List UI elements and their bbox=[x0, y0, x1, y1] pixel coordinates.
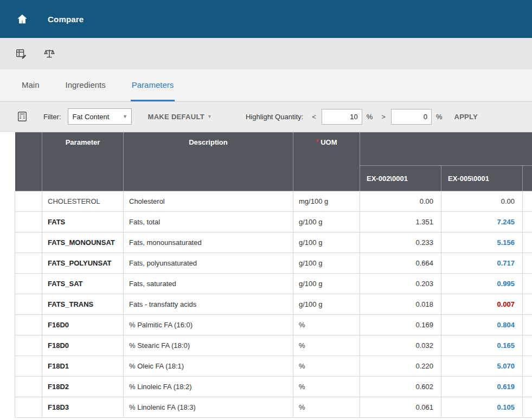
uom-cell: g/100 g bbox=[293, 232, 360, 253]
value-cell-ex002: 1.351 bbox=[360, 212, 441, 232]
value-cell-ex005: 0.995 bbox=[441, 274, 523, 294]
description-cell: Fats, monounsaturated bbox=[124, 232, 293, 253]
table-row[interactable]: CHOLESTEROLCholesterolmg/100 g0.000.00 bbox=[15, 191, 532, 212]
spacer-cell bbox=[523, 212, 532, 232]
description-column-header: Description bbox=[124, 132, 293, 191]
compare-scale-icon[interactable] bbox=[42, 47, 56, 61]
spacer-cell bbox=[523, 315, 532, 335]
toolbar bbox=[0, 38, 532, 69]
greater-than-symbol: > bbox=[381, 113, 386, 121]
parameter-cell: F18D0 bbox=[42, 335, 124, 356]
highlight-lower-input[interactable] bbox=[391, 109, 432, 125]
value-cell-ex005: 5.156 bbox=[441, 232, 523, 253]
spacer-column-header bbox=[523, 166, 532, 191]
value-cell-ex005: 5.070 bbox=[441, 356, 523, 377]
home-icon[interactable] bbox=[16, 12, 30, 26]
required-asterisk: * bbox=[316, 138, 318, 146]
value-cell-ex002: 0.602 bbox=[360, 377, 441, 397]
table-row[interactable]: F18D1% Oleic FA (18:1)%0.2205.070 bbox=[15, 356, 532, 377]
export-table-icon[interactable] bbox=[14, 47, 28, 61]
parameter-cell: F18D3 bbox=[42, 397, 124, 418]
value-cell-ex002: 0.00 bbox=[360, 191, 441, 212]
spacer-cell bbox=[523, 232, 532, 253]
parameter-cell: FATS_SAT bbox=[42, 274, 124, 294]
chevron-down-icon: ▼ bbox=[119, 114, 131, 119]
description-cell: % Linoleic FA (18:2) bbox=[124, 377, 293, 397]
filter-dropdown-value: Fat Content bbox=[68, 113, 119, 121]
description-cell: % Oleic FA (18:1) bbox=[124, 356, 293, 377]
page-title: Compare bbox=[48, 15, 84, 24]
tab-ingredients[interactable]: Ingredients bbox=[65, 69, 107, 101]
compare-page: Compare Main Ingredients Parameters bbox=[0, 0, 532, 420]
uom-cell: g/100 g bbox=[293, 212, 360, 232]
quick-filter-icon[interactable] bbox=[16, 111, 28, 122]
table-row[interactable]: FATS_SATFats, saturatedg/100 g0.2030.995 bbox=[15, 274, 532, 294]
table-body: CHOLESTEROLCholesterolmg/100 g0.000.00FA… bbox=[15, 191, 532, 418]
row-select-cell bbox=[15, 232, 42, 253]
tab-parameters[interactable]: Parameters bbox=[131, 69, 175, 101]
spacer-cell bbox=[523, 377, 532, 397]
spacer-cell bbox=[523, 397, 532, 418]
parameter-column-header: Parameter bbox=[42, 132, 124, 191]
table-row[interactable]: F18D2% Linoleic FA (18:2)%0.6020.619 bbox=[15, 377, 532, 397]
table-row[interactable]: FATS_TRANSFats - transfatty acidsg/100 g… bbox=[15, 294, 532, 315]
spacer-cell bbox=[523, 356, 532, 377]
row-select-cell bbox=[15, 397, 42, 418]
parameters-table: Parameter Description *UOM EX-002\0001 E… bbox=[15, 132, 532, 418]
table-row[interactable]: F18D0% Stearic FA (18:0)%0.0320.165 bbox=[15, 335, 532, 356]
table-row[interactable]: F16D0% Palmitic FA (16:0)%0.1690.804 bbox=[15, 315, 532, 335]
table-row[interactable]: FATS_MONOUNSATFats, monounsaturatedg/100… bbox=[15, 232, 532, 253]
filter-dropdown[interactable]: Fat Content ▼ bbox=[68, 108, 132, 125]
parameter-cell: F18D2 bbox=[42, 377, 124, 397]
value-cell-ex002: 0.032 bbox=[360, 335, 441, 356]
row-select-cell bbox=[15, 191, 42, 212]
uom-cell: mg/100 g bbox=[293, 191, 360, 212]
percent-sign: % bbox=[367, 113, 373, 121]
parameter-cell: F18D1 bbox=[42, 356, 124, 377]
description-cell: % Palmitic FA (16:0) bbox=[124, 315, 293, 335]
make-default-button[interactable]: MAKE DEFAULT bbox=[148, 113, 204, 121]
value-cell-ex005: 0.165 bbox=[441, 335, 523, 356]
row-select-cell bbox=[15, 253, 42, 274]
description-cell: Fats, polyunsaturated bbox=[124, 253, 293, 274]
value-cell-ex005: 0.105 bbox=[441, 397, 523, 418]
description-cell: Cholesterol bbox=[124, 191, 293, 212]
sample-column-header-ex002[interactable]: EX-002\0001 bbox=[360, 166, 441, 191]
make-default-chevron-icon[interactable]: ▼ bbox=[207, 114, 212, 119]
uom-cell: g/100 g bbox=[293, 274, 360, 294]
uom-column-header: *UOM bbox=[293, 132, 360, 191]
row-select-cell bbox=[15, 335, 42, 356]
tab-bar: Main Ingredients Parameters bbox=[0, 69, 532, 102]
uom-cell: g/100 g bbox=[293, 294, 360, 315]
spacer-cell bbox=[523, 253, 532, 274]
spacer-cell bbox=[523, 274, 532, 294]
table-row[interactable]: FATSFats, totalg/100 g1.3517.245 bbox=[15, 212, 532, 232]
row-select-cell bbox=[15, 274, 42, 294]
row-select-cell bbox=[15, 315, 42, 335]
value-cell-ex002: 0.169 bbox=[360, 315, 441, 335]
tab-main[interactable]: Main bbox=[21, 69, 41, 101]
parameter-cell: FATS_POLYUNSAT bbox=[42, 253, 124, 274]
select-column-header bbox=[15, 132, 42, 191]
filter-label: Filter: bbox=[43, 113, 61, 121]
parameter-cell: FATS bbox=[42, 212, 124, 232]
uom-cell: g/100 g bbox=[293, 253, 360, 274]
highlight-upper-input[interactable] bbox=[322, 109, 362, 125]
value-cell-ex002: 0.220 bbox=[360, 356, 441, 377]
spacer-cell bbox=[523, 191, 532, 212]
spacer-cell bbox=[523, 335, 532, 356]
spacer-cell bbox=[523, 294, 532, 315]
parameter-cell: CHOLESTEROL bbox=[42, 191, 124, 212]
apply-button[interactable]: APPLY bbox=[454, 113, 478, 121]
table-row[interactable]: F18D3% Linolenic FA (18:3)%0.0610.105 bbox=[15, 397, 532, 418]
value-cell-ex002: 0.203 bbox=[360, 274, 441, 294]
uom-cell: % bbox=[293, 397, 360, 418]
parameter-cell: FATS_TRANS bbox=[42, 294, 124, 315]
value-cell-ex005: 0.804 bbox=[441, 315, 523, 335]
sample-column-header-ex005[interactable]: EX-005\0001 bbox=[441, 166, 523, 191]
parameter-cell: F16D0 bbox=[42, 315, 124, 335]
table-row[interactable]: FATS_POLYUNSATFats, polyunsaturatedg/100… bbox=[15, 253, 532, 274]
filter-bar: Filter: Fat Content ▼ MAKE DEFAULT ▼ Hig… bbox=[0, 102, 532, 132]
value-cell-ex002: 0.018 bbox=[360, 294, 441, 315]
uom-cell: % bbox=[293, 315, 360, 335]
